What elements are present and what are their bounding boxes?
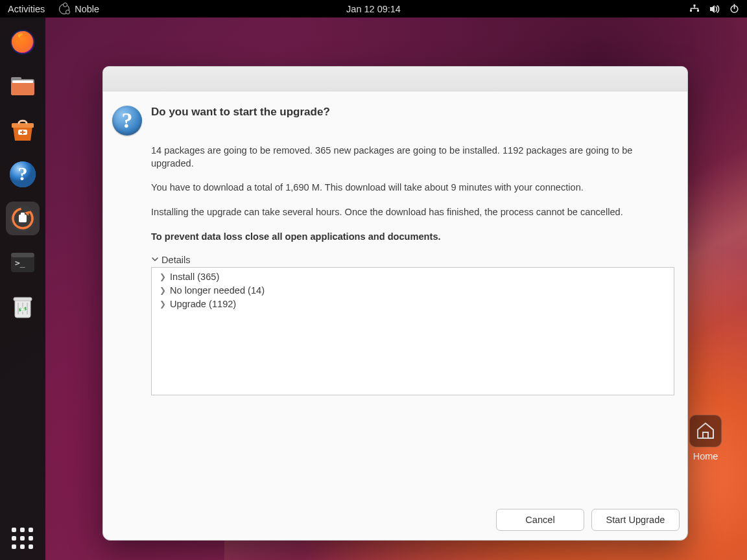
details-toggle[interactable]: Details: [151, 255, 677, 265]
dock-terminal[interactable]: >_: [6, 246, 40, 279]
chevron-right-icon: ❯: [160, 272, 166, 281]
desktop-home[interactable]: Home: [687, 415, 724, 461]
ubuntu-logo-icon: [59, 4, 69, 14]
clock[interactable]: Jan 12 09:14: [346, 4, 401, 14]
svg-rect-10: [12, 80, 33, 83]
app-menu-label: Noble: [75, 4, 99, 14]
power-icon[interactable]: [729, 4, 739, 14]
action-bar: Cancel Start Upgrade: [103, 500, 687, 540]
svg-rect-11: [12, 123, 34, 128]
tree-row-label: No longer needed (14): [170, 285, 265, 296]
upgrade-dialog: ? Do you want to start the upgrade? 14 p…: [102, 66, 688, 541]
tree-row-install[interactable]: ❯ Install (365): [157, 270, 669, 284]
chevron-right-icon: ❯: [160, 286, 166, 295]
question-icon: ?: [112, 106, 142, 135]
svg-rect-24: [14, 298, 32, 301]
dock-trash[interactable]: [6, 290, 40, 323]
svg-rect-26: [703, 432, 708, 438]
start-upgrade-button[interactable]: Start Upgrade: [591, 509, 680, 531]
show-applications[interactable]: [0, 528, 45, 550]
top-bar: Activities Noble Jan 12 09:14: [0, 0, 747, 18]
svg-rect-21: [11, 253, 34, 257]
dialog-title: Do you want to start the upgrade?: [151, 106, 677, 119]
volume-icon[interactable]: [709, 5, 720, 14]
dock: ? >_: [0, 18, 45, 560]
activities-button[interactable]: Activities: [8, 4, 45, 14]
svg-rect-1: [690, 10, 692, 12]
svg-text:?: ?: [18, 163, 28, 184]
desktop-home-label: Home: [687, 451, 724, 461]
chevron-down-icon: [151, 255, 159, 265]
tree-row-label: Install (365): [170, 272, 219, 282]
svg-rect-9: [11, 82, 34, 95]
tree-row-no-longer-needed[interactable]: ❯ No longer needed (14): [157, 284, 669, 298]
dialog-line-duration: Installing the upgrade can take several …: [151, 206, 677, 219]
dock-files[interactable]: [6, 69, 40, 103]
cancel-button[interactable]: Cancel: [496, 509, 584, 531]
svg-rect-19: [21, 213, 25, 215]
tree-row-upgrade[interactable]: ❯ Upgrade (1192): [157, 298, 669, 311]
dialog-line-download: You have to download a total of 1,690 M.…: [151, 181, 677, 194]
svg-rect-0: [694, 5, 696, 6]
dialog-warning: To prevent data loss close all open appl…: [151, 231, 677, 244]
tree-row-label: Upgrade (1192): [170, 299, 236, 309]
svg-rect-18: [19, 215, 27, 222]
svg-point-25: [21, 308, 24, 310]
dock-software-updater[interactable]: [6, 202, 40, 235]
svg-text:>_: >_: [15, 258, 25, 268]
dock-software[interactable]: [6, 113, 40, 147]
chevron-right-icon: ❯: [160, 299, 166, 309]
home-folder-icon: [689, 415, 722, 447]
network-icon[interactable]: [689, 5, 700, 14]
details-label: Details: [161, 255, 191, 265]
app-menu[interactable]: Noble: [59, 4, 99, 14]
dock-firefox[interactable]: [6, 25, 40, 59]
svg-rect-2: [697, 10, 699, 12]
dialog-line-packages: 14 packages are going to be removed. 365…: [151, 145, 677, 170]
details-tree[interactable]: ❯ Install (365) ❯ No longer needed (14) …: [151, 267, 674, 395]
dock-help[interactable]: ?: [6, 158, 40, 191]
titlebar[interactable]: [103, 67, 687, 91]
